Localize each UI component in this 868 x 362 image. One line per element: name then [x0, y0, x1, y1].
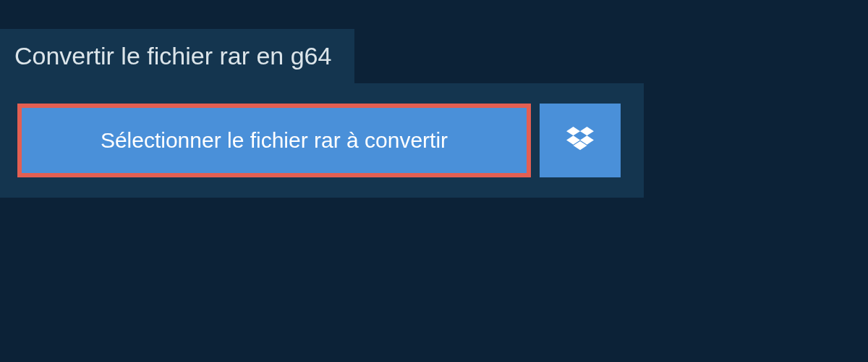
select-file-button[interactable]: Sélectionner le fichier rar à convertir — [17, 104, 531, 177]
dropbox-button[interactable] — [540, 104, 621, 177]
button-row: Sélectionner le fichier rar à convertir — [17, 104, 626, 177]
title-tab: Convertir le fichier rar en g64 — [0, 29, 354, 83]
select-file-label: Sélectionner le fichier rar à convertir — [101, 128, 448, 153]
dropbox-icon — [566, 127, 594, 155]
page-title: Convertir le fichier rar en g64 — [14, 42, 331, 70]
button-panel: Sélectionner le fichier rar à convertir — [0, 83, 644, 198]
main-container: Convertir le fichier rar en g64 Sélectio… — [0, 0, 868, 198]
